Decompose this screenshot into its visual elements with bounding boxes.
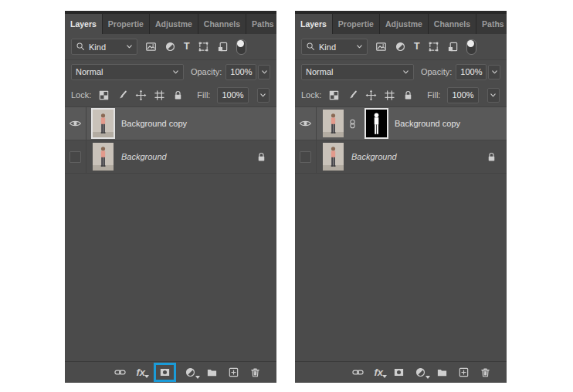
layer-filtering-toggle-icon[interactable] xyxy=(236,39,246,55)
new-group-icon[interactable] xyxy=(436,367,448,378)
layer-row-background-copy[interactable]: Background copy xyxy=(65,107,276,140)
tab-paths[interactable]: Paths xyxy=(476,14,507,34)
delete-layer-icon[interactable] xyxy=(249,367,261,378)
tab-channels[interactable]: Channels xyxy=(429,14,476,34)
adjustment-layers-filter-icon[interactable] xyxy=(164,41,176,52)
delete-layer-icon[interactable] xyxy=(480,367,491,378)
opacity-dropdown-button[interactable] xyxy=(258,65,270,79)
layer-name: Background copy xyxy=(121,119,187,128)
visibility-toggle[interactable] xyxy=(295,107,317,140)
lock-position-icon[interactable] xyxy=(365,90,377,101)
chevron-down-icon xyxy=(491,69,498,76)
new-adjustment-layer-icon[interactable] xyxy=(415,367,426,378)
lock-label: Lock: xyxy=(301,90,321,100)
opacity-value-field[interactable]: 100% xyxy=(225,64,256,80)
lock-transparent-pixels-icon[interactable] xyxy=(328,90,340,101)
tab-label: Layers xyxy=(300,19,327,29)
link-layers-icon[interactable] xyxy=(352,367,364,378)
locked-badge-icon xyxy=(256,151,267,163)
layer-thumbnail[interactable] xyxy=(323,110,344,137)
layer-name: Background xyxy=(121,152,167,161)
opacity-value-field[interactable]: 100% xyxy=(456,64,487,80)
filter-kind-select[interactable]: Kind xyxy=(71,39,137,55)
blend-mode-value: Normal xyxy=(306,67,399,76)
chevron-down-icon xyxy=(259,92,266,99)
visibility-toggle[interactable] xyxy=(65,140,86,173)
layer-thumbnail[interactable] xyxy=(93,110,114,137)
layer-style-icon[interactable]: fx xyxy=(374,367,383,377)
smart-objects-filter-icon[interactable] xyxy=(447,41,459,52)
layer-row-background[interactable]: Background xyxy=(295,140,507,174)
tab-layers[interactable]: Layers xyxy=(295,14,333,34)
tab-adjustments[interactable]: Adjustme xyxy=(380,14,429,34)
lock-row: Lock: Fill: 100% xyxy=(295,83,507,107)
opacity-dropdown-button[interactable] xyxy=(488,65,500,79)
visibility-toggle[interactable] xyxy=(65,107,86,140)
mask-link-icon[interactable] xyxy=(348,119,358,129)
layer-mask-thumbnail[interactable] xyxy=(366,110,387,137)
tab-label: Propertie xyxy=(338,19,374,29)
lock-all-icon[interactable] xyxy=(402,90,414,101)
caret-icon xyxy=(195,376,200,379)
new-layer-icon[interactable] xyxy=(458,367,470,378)
tab-channels[interactable]: Channels xyxy=(198,14,246,34)
tutorial-highlight-box xyxy=(154,363,176,382)
pixel-layers-filter-icon[interactable] xyxy=(375,41,387,52)
pixel-layers-filter-icon[interactable] xyxy=(145,41,157,52)
fill-label: Fill: xyxy=(197,90,210,100)
adjustment-layers-filter-icon[interactable] xyxy=(395,41,406,52)
lock-label: Lock: xyxy=(71,90,91,100)
link-layers-icon[interactable] xyxy=(114,367,126,378)
filter-kind-select[interactable]: Kind xyxy=(301,39,368,55)
visibility-empty-box xyxy=(300,151,311,163)
tab-label: Channels xyxy=(204,19,240,29)
add-layer-mask-icon[interactable] xyxy=(159,367,171,378)
layer-style-icon[interactable]: fx xyxy=(136,367,145,377)
type-layers-filter-icon[interactable]: T xyxy=(184,42,190,52)
fill-value-field[interactable]: 100% xyxy=(217,87,248,103)
opacity-label: Opacity: xyxy=(191,67,222,76)
lock-artboard-icon[interactable] xyxy=(384,90,395,101)
type-layers-filter-icon[interactable]: T xyxy=(414,42,420,52)
fill-label: Fill: xyxy=(427,90,440,100)
fill-dropdown-button[interactable] xyxy=(487,88,500,103)
fill-value-field[interactable]: 100% xyxy=(447,87,478,103)
layers-toolbar: fx xyxy=(65,361,276,383)
tab-layers[interactable]: Layers xyxy=(65,14,103,34)
shape-layers-filter-icon[interactable] xyxy=(198,41,209,52)
tab-properties[interactable]: Propertie xyxy=(103,14,150,34)
layer-thumbnail[interactable] xyxy=(93,143,114,171)
filter-row: Kind T xyxy=(295,34,507,60)
lock-position-icon[interactable] xyxy=(135,90,147,101)
new-adjustment-layer-icon[interactable] xyxy=(185,367,196,378)
layers-panel-after: Layers Propertie Adjustme Channels Paths… xyxy=(295,11,507,383)
new-layer-icon[interactable] xyxy=(228,367,239,378)
locked-badge-icon xyxy=(486,151,497,163)
tab-label: Channels xyxy=(434,19,470,29)
shape-layers-filter-icon[interactable] xyxy=(428,41,439,52)
lock-image-pixels-icon[interactable] xyxy=(347,90,358,101)
tab-properties[interactable]: Propertie xyxy=(333,14,380,34)
layer-row-background-copy[interactable]: Background copy xyxy=(295,107,507,140)
lock-image-pixels-icon[interactable] xyxy=(117,90,128,101)
layer-filtering-toggle-icon[interactable] xyxy=(466,39,476,55)
lock-all-icon[interactable] xyxy=(172,90,184,101)
smart-objects-filter-icon[interactable] xyxy=(217,41,229,52)
lock-artboard-icon[interactable] xyxy=(154,90,165,101)
layer-thumbnail[interactable] xyxy=(323,143,344,171)
blend-mode-select[interactable]: Normal xyxy=(71,64,184,80)
lock-transparent-pixels-icon[interactable] xyxy=(98,90,110,101)
tab-paths[interactable]: Paths xyxy=(246,14,276,34)
new-group-icon[interactable] xyxy=(206,367,218,378)
chevron-down-icon xyxy=(261,69,268,76)
layers-list: Background copy Background xyxy=(295,107,507,361)
add-layer-mask-icon[interactable] xyxy=(393,367,405,378)
eye-icon xyxy=(299,118,312,129)
fill-dropdown-button[interactable] xyxy=(257,88,270,103)
tab-adjustments[interactable]: Adjustme xyxy=(150,14,198,34)
visibility-toggle[interactable] xyxy=(295,140,317,173)
layer-row-background[interactable]: Background xyxy=(65,140,276,174)
blend-row: Normal Opacity: 100% xyxy=(295,60,507,83)
filter-icons: T xyxy=(145,39,246,55)
blend-mode-select[interactable]: Normal xyxy=(301,64,414,80)
